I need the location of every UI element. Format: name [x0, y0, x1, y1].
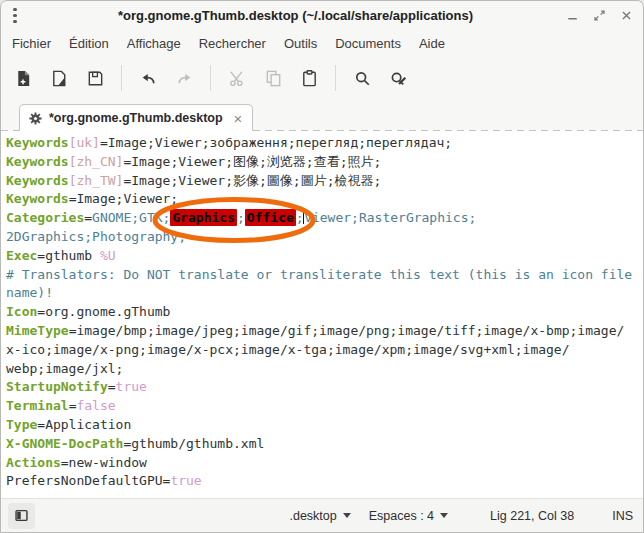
code-line: Keywords=Image;Viewer; [6, 190, 643, 209]
code-line: name)! [6, 284, 643, 303]
filetype-label: .desktop [289, 509, 336, 523]
code-line: x-ico;image/x-png;image/x-pcx;image/x-tg… [6, 341, 643, 360]
copy-button [257, 63, 289, 93]
restore-icon [592, 8, 607, 23]
code-line: Type=Application [6, 416, 643, 435]
open-document-icon [50, 69, 69, 88]
minimize-icon [565, 8, 580, 23]
code-line: Keywords[zh_TW]=Image;Viewer;影像;圖像;圖片;檢視… [6, 172, 643, 191]
paste-button[interactable] [293, 63, 325, 93]
redo-icon [175, 69, 194, 88]
undo-icon [139, 69, 158, 88]
chevron-down-icon [440, 513, 448, 518]
menu-item-rechercher[interactable]: Rechercher [190, 33, 275, 54]
save-document-button[interactable] [79, 63, 111, 93]
toolbar [1, 57, 643, 99]
chevron-down-icon [343, 513, 351, 518]
tab-label: *org.gnome.gThumb.desktop [49, 111, 223, 125]
side-panel-toggle-button[interactable] [8, 503, 35, 529]
new-document-button[interactable] [7, 63, 39, 93]
paste-icon [300, 69, 319, 88]
find-icon [353, 69, 372, 88]
insert-mode-indicator: INS [612, 509, 633, 523]
tab-org-gnome-gthumb-desktop[interactable]: *org.gnome.gThumb.desktop × [19, 104, 253, 131]
restore-button[interactable] [591, 7, 608, 24]
tab-bar: *org.gnome.gThumb.desktop × [1, 99, 643, 130]
copy-icon [264, 69, 283, 88]
menu-item-fichier[interactable]: Fichier [3, 33, 60, 54]
window-title: *org.gnome.gThumb.desktop (~/.local/shar… [27, 8, 564, 23]
code-line: webp;image/jxl; [6, 360, 643, 379]
menu-item-edition[interactable]: Édition [60, 33, 118, 54]
tab-close-icon[interactable]: × [233, 111, 244, 126]
code-line: 2DGraphics;Photography; [6, 228, 643, 247]
close-icon [619, 8, 634, 23]
editor-window: *org.gnome.gThumb.desktop (~/.local/shar… [0, 0, 644, 533]
save-document-icon [86, 69, 105, 88]
status-bar: .desktop Espaces : 4 Lig 221, Col 38 INS [1, 498, 643, 532]
minimize-button[interactable] [564, 7, 581, 24]
code-line: # Translators: Do NOT translate or trans… [6, 266, 643, 285]
close-button[interactable] [618, 7, 635, 24]
find-replace-button[interactable] [382, 63, 414, 93]
filetype-dropdown[interactable]: .desktop [289, 509, 350, 523]
indent-label: Espaces : 4 [369, 509, 434, 523]
code-line: Keywords[zh_CN]=Image;Viewer;图像;浏览器;查看;照… [6, 153, 643, 172]
text-editor-area[interactable]: Keywords[uk]=Image;Viewer;зображення;пер… [1, 130, 643, 498]
undo-button[interactable] [132, 63, 164, 93]
code-line: Keywords[uk]=Image;Viewer;зображення;пер… [6, 134, 643, 153]
menu-bar: FichierÉditionAffichageRechercherOutilsD… [1, 30, 643, 57]
code-line: X-GNOME-DocPath=gthumb/gthumb.xml [6, 435, 643, 454]
code-content: Keywords[uk]=Image;Viewer;зображення;пер… [1, 130, 643, 491]
search-match-highlight: Graphics [170, 209, 237, 226]
code-line: MimeType=image/bmp;image/jpeg;image/gif;… [6, 322, 643, 341]
code-line: Exec=gthumb %U [6, 247, 643, 266]
search-match-highlight: Office [245, 209, 296, 226]
title-bar: *org.gnome.gThumb.desktop (~/.local/shar… [1, 1, 643, 30]
code-line: PrefersNonDefaultGPU=true [6, 472, 643, 491]
code-line: Terminal=false [6, 397, 643, 416]
cut-button [221, 63, 253, 93]
side-panel-icon [14, 508, 29, 523]
find-button[interactable] [346, 63, 378, 93]
menu-item-aide[interactable]: Aide [410, 33, 454, 54]
new-document-icon [14, 69, 33, 88]
toolbar-separator [335, 65, 336, 91]
code-line: Actions=new-window [6, 454, 643, 473]
toolbar-separator [210, 65, 211, 91]
code-line: StartupNotify=true [6, 378, 643, 397]
gear-icon [28, 111, 43, 126]
open-document-button[interactable] [43, 63, 75, 93]
menu-item-affichage[interactable]: Affichage [118, 33, 190, 54]
window-controls [564, 7, 635, 24]
cut-icon [228, 69, 247, 88]
menu-item-outils[interactable]: Outils [275, 33, 326, 54]
toolbar-separator [121, 65, 122, 91]
redo-button [168, 63, 200, 93]
menu-item-documents[interactable]: Documents [326, 33, 410, 54]
code-line: Categories=GNOME;GTK;Graphics;Office;Vie… [6, 209, 643, 228]
window-menu-dots-icon[interactable] [9, 8, 27, 24]
code-line: Icon=org.gnome.gThumb [6, 303, 643, 322]
cursor-position: Lig 221, Col 38 [490, 509, 574, 523]
find-replace-icon [389, 69, 408, 88]
indent-dropdown[interactable]: Espaces : 4 [369, 509, 448, 523]
